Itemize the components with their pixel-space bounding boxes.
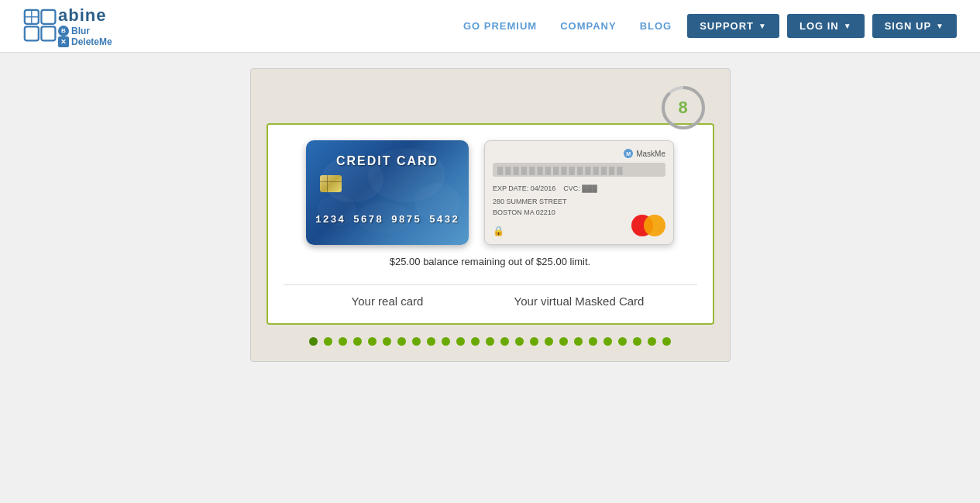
deleteme-label: DeleteMe xyxy=(71,36,112,47)
deleteme-icon: ✕ xyxy=(58,36,69,47)
blur-label-row: B Blur xyxy=(58,26,112,36)
dot-2[interactable] xyxy=(339,337,347,346)
abine-brand-label: abine xyxy=(58,5,112,26)
dot-23[interactable] xyxy=(648,337,656,346)
slide-container: 8 CREDIT CARD 1234 5678 987 xyxy=(250,68,731,362)
deleteme-label-row: ✕ DeleteMe xyxy=(58,36,112,47)
dot-15[interactable] xyxy=(530,337,538,346)
cvc-label: CVC: ▓▓▓ xyxy=(563,183,597,194)
abine-logo-icon xyxy=(23,9,58,43)
card-divider xyxy=(284,284,697,285)
svg-rect-2 xyxy=(41,10,55,24)
real-card-number: 1234 5678 9875 5432 xyxy=(306,214,469,226)
header: abine B Blur ✕ DeleteMe GO PREMIUM COMPA… xyxy=(0,0,980,53)
dot-24[interactable] xyxy=(662,337,671,346)
dot-10[interactable] xyxy=(456,337,465,346)
detail-row: EXP DATE: 04/2016 CVC: ▓▓▓ xyxy=(493,183,665,194)
exp-date-label: EXP DATE: 04/2016 xyxy=(493,183,555,194)
login-label: LOG IN xyxy=(799,20,839,32)
dot-5[interactable] xyxy=(383,337,391,346)
maskme-logo: M MaskMe xyxy=(493,149,665,158)
card-exp-cvc: EXP DATE: 04/2016 CVC: ▓▓▓ xyxy=(493,183,665,194)
dot-7[interactable] xyxy=(412,337,421,346)
real-card: CREDIT CARD 1234 5678 9875 5432 xyxy=(306,140,469,245)
dot-18[interactable] xyxy=(574,337,583,346)
dot-12[interactable] xyxy=(486,337,494,346)
dot-20[interactable] xyxy=(603,337,612,346)
svg-rect-3 xyxy=(41,26,55,40)
maskme-icon: M xyxy=(624,149,633,158)
support-button[interactable]: SUPPORT ▼ xyxy=(687,14,779,38)
nav-blog[interactable]: BLOG xyxy=(640,20,672,32)
dots-navigation xyxy=(266,337,714,346)
login-button[interactable]: LOG IN ▼ xyxy=(787,14,865,38)
nav-links: GO PREMIUM COMPANY BLOG xyxy=(463,20,672,32)
dot-17[interactable] xyxy=(559,337,568,346)
support-dropdown-icon: ▼ xyxy=(758,22,767,30)
support-label: SUPPORT xyxy=(700,20,754,32)
real-card-caption: Your real card xyxy=(306,295,469,308)
masked-number-text: ▓▓▓▓▓▓▓▓▓▓▓▓▓▓▓▓ xyxy=(497,166,625,174)
nav-company[interactable]: COMPANY xyxy=(560,20,616,32)
signup-dropdown-icon: ▼ xyxy=(936,22,944,30)
mastercard-logo-icon xyxy=(631,215,665,236)
mc-orange-circle xyxy=(644,215,665,236)
virtual-card-caption: Your virtual Masked Card xyxy=(484,295,674,308)
dot-16[interactable] xyxy=(545,337,553,346)
main-content: 8 CREDIT CARD 1234 5678 987 xyxy=(0,53,980,377)
dot-11[interactable] xyxy=(471,337,480,346)
dot-9[interactable] xyxy=(442,337,450,346)
card-labels-row: Your real card Your virtual Masked Card xyxy=(284,295,697,308)
dot-1[interactable] xyxy=(324,337,332,346)
dot-6[interactable] xyxy=(397,337,406,346)
dot-19[interactable] xyxy=(589,337,597,346)
signup-label: SIGN UP xyxy=(885,20,931,32)
address-line1: 280 SUMMER STREET xyxy=(493,197,665,208)
nav-buttons: SUPPORT ▼ LOG IN ▼ SIGN UP ▼ xyxy=(687,14,957,38)
card-comparison: CREDIT CARD 1234 5678 9875 5432 M MaskMe… xyxy=(266,123,714,325)
dot-22[interactable] xyxy=(633,337,641,346)
dot-3[interactable] xyxy=(353,337,362,346)
dot-13[interactable] xyxy=(500,337,509,346)
cards-row: CREDIT CARD 1234 5678 9875 5432 M MaskMe… xyxy=(284,140,697,245)
maskme-label: MaskMe xyxy=(636,150,665,158)
card-chip-icon xyxy=(320,175,342,192)
balance-text: $25.00 balance remaining out of $25.00 l… xyxy=(284,256,697,267)
dot-8[interactable] xyxy=(427,337,435,346)
logo-area: abine B Blur ✕ DeleteMe xyxy=(23,5,112,47)
dot-14[interactable] xyxy=(515,337,524,346)
svg-rect-1 xyxy=(25,26,39,40)
dot-4[interactable] xyxy=(368,337,377,346)
masked-card-number: ▓▓▓▓▓▓▓▓▓▓▓▓▓▓▓▓ xyxy=(493,163,665,177)
login-dropdown-icon: ▼ xyxy=(844,22,852,30)
timer-circle: 8 xyxy=(660,84,707,131)
real-card-title-label: CREDIT CARD xyxy=(306,154,469,168)
virtual-card: M MaskMe ▓▓▓▓▓▓▓▓▓▓▓▓▓▓▓▓ EXP DATE: 04/2… xyxy=(484,140,674,245)
blur-label: Blur xyxy=(71,26,90,36)
dot-21[interactable] xyxy=(618,337,627,346)
signup-button[interactable]: SIGN UP ▼ xyxy=(872,14,957,38)
nav-go-premium[interactable]: GO PREMIUM xyxy=(463,20,537,32)
lock-icon: 🔒 xyxy=(493,226,504,236)
timer-number: 8 xyxy=(678,98,687,118)
logo-text: abine B Blur ✕ DeleteMe xyxy=(58,5,112,47)
dot-0[interactable] xyxy=(309,337,318,346)
blur-icon: B xyxy=(58,26,69,36)
